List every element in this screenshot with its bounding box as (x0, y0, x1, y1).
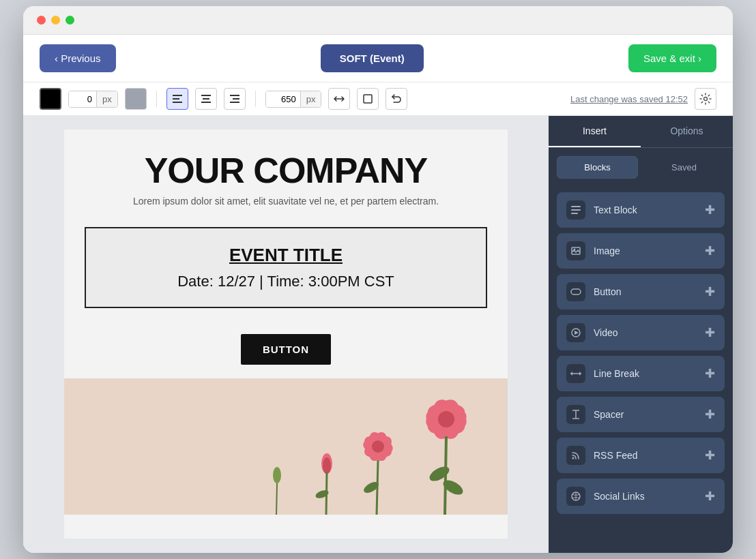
email-cta-button[interactable]: BUTTON (241, 334, 331, 365)
block-item-text-block[interactable]: Text Block ✚ (557, 192, 725, 228)
main-content: YOUR COMPANY Lorem ipsum dolor sit amet,… (23, 116, 733, 553)
subtab-saved[interactable]: Saved (643, 156, 725, 179)
company-title: YOUR COMPANY (78, 151, 494, 190)
toolbar: 0 px (23, 82, 733, 116)
button-icon (566, 282, 585, 301)
color-gray-swatch[interactable] (125, 88, 147, 110)
color-swatch[interactable] (40, 88, 61, 110)
top-nav: ‹ Previous SOFT (Event) Save & exit › (23, 35, 733, 82)
svg-point-18 (438, 411, 454, 427)
svg-rect-5 (201, 102, 211, 103)
svg-rect-6 (230, 95, 239, 96)
px-input-group: 0 px (68, 91, 118, 108)
svg-rect-8 (230, 102, 239, 103)
svg-rect-41 (571, 289, 581, 294)
block-item-social-links[interactable]: Social Links ✚ (557, 479, 725, 514)
svg-rect-9 (364, 95, 372, 103)
browser-window: ‹ Previous SOFT (Event) Save & exit › 0 … (23, 6, 733, 553)
block-item-line-break[interactable]: Line Break ✚ (557, 356, 725, 391)
spacer-label: Spacer (594, 409, 705, 420)
social-links-label: Social Links (594, 491, 705, 502)
align-left-button[interactable] (166, 88, 188, 110)
browser-dot-yellow[interactable] (51, 16, 60, 25)
svg-point-50 (572, 457, 575, 459)
align-right-button[interactable] (224, 88, 246, 110)
px-unit: px (96, 91, 117, 107)
right-panel: Insert Options Blocks Saved (549, 116, 733, 553)
button-label: Button (594, 286, 705, 297)
soft-event-button[interactable]: SOFT (Event) (321, 44, 424, 72)
svg-rect-38 (571, 213, 578, 214)
toolbar-divider-1 (156, 91, 157, 107)
video-label: Video (594, 327, 705, 338)
browser-dot-green[interactable] (66, 16, 74, 25)
width-input-group: px (265, 91, 322, 108)
align-center-button[interactable] (195, 88, 217, 110)
image-add-icon[interactable]: ✚ (705, 243, 715, 258)
border-button[interactable] (357, 88, 379, 110)
app-container: ‹ Previous SOFT (Event) Save & exit › 0 … (23, 35, 733, 553)
px-input[interactable]: 0 (69, 91, 96, 107)
svg-marker-45 (570, 372, 572, 376)
svg-marker-46 (579, 372, 581, 376)
svg-rect-37 (571, 209, 581, 211)
tab-options[interactable]: Options (641, 116, 733, 147)
email-subtitle: Lorem ipsum dolor sit amet, elit suavita… (78, 196, 494, 207)
text-block-add-icon[interactable]: ✚ (705, 202, 715, 217)
width-input[interactable] (266, 91, 300, 107)
svg-line-35 (276, 483, 277, 515)
browser-chrome (23, 6, 733, 35)
button-add-icon[interactable]: ✚ (705, 284, 715, 299)
block-item-image[interactable]: Image ✚ (557, 233, 725, 269)
saved-text: Last change was saved 12:52 (570, 94, 688, 104)
block-item-video[interactable]: Video ✚ (557, 315, 725, 350)
panel-blocks: Text Block ✚ Image ✚ (549, 187, 733, 553)
social-links-add-icon[interactable]: ✚ (705, 489, 715, 504)
video-icon (566, 323, 585, 342)
panel-tabs: Insert Options (549, 116, 733, 148)
rss-feed-add-icon[interactable]: ✚ (705, 448, 715, 463)
social-links-icon (566, 487, 585, 506)
image-icon (566, 241, 585, 260)
resize-button[interactable] (328, 88, 350, 110)
width-unit: px (300, 91, 321, 107)
svg-point-10 (704, 97, 708, 101)
toolbar-divider-2 (255, 91, 256, 107)
video-add-icon[interactable]: ✚ (705, 325, 715, 340)
line-break-label: Line Break (594, 368, 705, 379)
email-header: YOUR COMPANY Lorem ipsum dolor sit amet,… (64, 130, 508, 215)
undo-button[interactable] (386, 88, 407, 110)
block-item-rss-feed[interactable]: RSS Feed ✚ (557, 438, 725, 473)
save-exit-button[interactable]: Save & exit › (628, 44, 716, 72)
line-break-add-icon[interactable]: ✚ (705, 366, 715, 381)
svg-rect-0 (173, 95, 182, 96)
rss-feed-label: RSS Feed (594, 450, 705, 461)
settings-button[interactable] (695, 88, 716, 110)
editor-canvas[interactable]: YOUR COMPANY Lorem ipsum dolor sit amet,… (23, 116, 549, 553)
email-template: YOUR COMPANY Lorem ipsum dolor sit amet,… (64, 130, 508, 539)
spacer-icon (566, 405, 585, 424)
event-title: EVENT TITLE (100, 245, 472, 266)
email-button-section: BUTTON (64, 320, 508, 378)
tab-insert[interactable]: Insert (549, 116, 641, 147)
event-box: EVENT TITLE Date: 12/27 | Time: 3:00PM C… (85, 227, 487, 308)
svg-rect-3 (201, 95, 211, 96)
block-item-spacer[interactable]: Spacer ✚ (557, 397, 725, 432)
svg-marker-43 (575, 331, 579, 335)
svg-point-31 (323, 457, 331, 474)
spacer-add-icon[interactable]: ✚ (705, 407, 715, 422)
browser-dot-red[interactable] (37, 16, 46, 25)
svg-point-40 (574, 249, 576, 251)
event-details: Date: 12/27 | Time: 3:00PM CST (100, 273, 472, 290)
email-image-section (64, 378, 508, 515)
svg-rect-1 (173, 98, 179, 100)
previous-button[interactable]: ‹ Previous (40, 44, 116, 72)
subtab-blocks[interactable]: Blocks (557, 156, 638, 179)
svg-rect-4 (203, 98, 209, 100)
svg-rect-2 (173, 102, 182, 103)
block-item-button[interactable]: Button ✚ (557, 274, 725, 309)
svg-point-27 (372, 440, 384, 453)
text-block-icon (566, 200, 585, 220)
panel-subtabs: Blocks Saved (549, 148, 733, 187)
svg-rect-11 (64, 378, 508, 515)
